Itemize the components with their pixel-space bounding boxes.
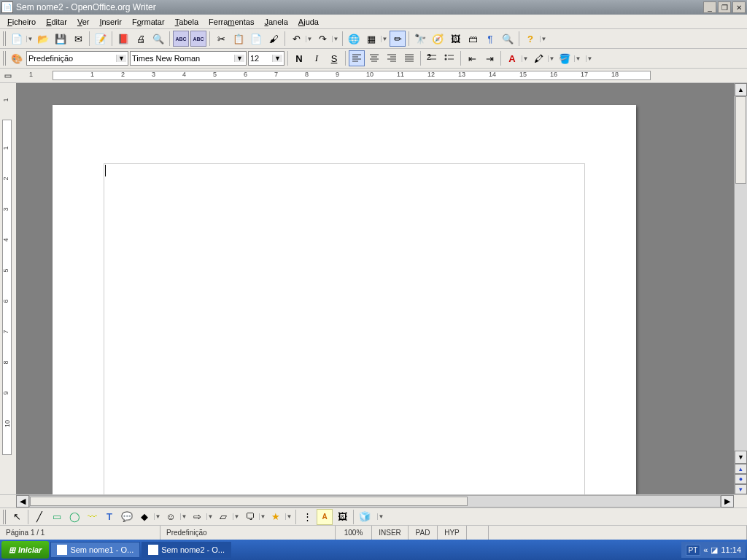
taskbar-item-2[interactable]: Sem nome2 - O... — [142, 542, 231, 558]
toolbar-overflow[interactable]: ▼ — [377, 513, 384, 520]
basic-shapes-dropdown[interactable]: ▼ — [154, 513, 161, 520]
numbering-button[interactable]: 12 — [424, 50, 440, 66]
callouts-dropdown[interactable]: ▼ — [259, 513, 266, 520]
rectangle-tool-button[interactable]: ▭ — [49, 509, 65, 525]
status-sel[interactable] — [467, 526, 489, 540]
menu-inserir[interactable]: Inserir — [95, 16, 126, 28]
underline-button[interactable]: S — [326, 50, 342, 66]
align-center-button[interactable] — [366, 50, 382, 66]
scroll-left-button[interactable]: ◀ — [16, 495, 29, 508]
prev-page-button[interactable]: ▴ — [735, 464, 747, 474]
scroll-h-track[interactable] — [29, 495, 721, 508]
decrease-indent-button[interactable]: ⇤ — [464, 50, 480, 66]
edit-file-button[interactable]: 📝 — [93, 31, 109, 47]
menu-ajuda[interactable]: Ajuda — [294, 16, 323, 28]
background-color-dropdown[interactable]: ▼ — [574, 55, 581, 62]
status-hyph[interactable]: HYP — [438, 526, 467, 540]
scroll-v-track[interactable] — [735, 96, 747, 451]
bold-button[interactable]: N — [291, 50, 307, 66]
bullets-button[interactable] — [441, 50, 457, 66]
table-dropdown[interactable]: ▼ — [381, 36, 388, 42]
flowcharts-dropdown[interactable]: ▼ — [233, 513, 240, 520]
format-paintbrush-button[interactable]: 🖌 — [266, 31, 282, 47]
symbol-shapes-button[interactable]: ☺ — [163, 509, 179, 525]
stars-button[interactable]: ★ — [268, 509, 284, 525]
zoom-button[interactable]: 🔍 — [500, 31, 516, 47]
highlight-dropdown[interactable]: ▼ — [548, 55, 555, 62]
tray-clock[interactable]: 11:14 — [721, 545, 741, 554]
document-area[interactable] — [16, 83, 734, 494]
cut-button[interactable]: ✂ — [213, 31, 229, 47]
align-left-button[interactable] — [349, 50, 365, 66]
redo-dropdown[interactable]: ▼ — [332, 36, 339, 42]
restore-button[interactable]: ❐ — [718, 1, 731, 13]
callouts-button[interactable]: 🗨 — [241, 509, 258, 525]
table-button[interactable]: ▦ — [363, 31, 379, 47]
scroll-h-thumb[interactable] — [30, 497, 468, 506]
fontwork-button[interactable]: A — [317, 509, 333, 525]
align-justify-button[interactable] — [401, 50, 417, 66]
start-button[interactable]: ⊞Iniciar — [1, 541, 49, 559]
status-zoom[interactable]: 100% — [336, 526, 372, 540]
undo-button[interactable]: ↶ — [288, 31, 304, 47]
stars-dropdown[interactable]: ▼ — [285, 513, 293, 520]
redo-button[interactable]: ↷ — [314, 31, 330, 47]
language-indicator[interactable]: PT — [686, 545, 701, 556]
font-name-combo[interactable]: Times New Roman▼ — [130, 51, 247, 66]
toolbar-overflow[interactable]: ▼ — [540, 36, 547, 42]
nonprinting-button[interactable]: ¶ — [482, 31, 498, 47]
page[interactable] — [53, 105, 636, 494]
block-arrows-dropdown[interactable]: ▼ — [206, 513, 214, 520]
print-button[interactable]: 🖨 — [133, 31, 149, 47]
status-insert[interactable]: INSER — [372, 526, 409, 540]
tray-icon[interactable]: ◪ — [711, 545, 718, 555]
symbol-shapes-dropdown[interactable]: ▼ — [180, 513, 187, 520]
show-draw-button[interactable]: ✏ — [390, 31, 406, 47]
font-color-button[interactable]: A — [504, 50, 520, 66]
toolbar-grip[interactable] — [3, 510, 7, 524]
autospellcheck-button[interactable]: ABC — [190, 31, 206, 47]
next-page-button[interactable]: ▾ — [735, 484, 747, 494]
scroll-right-button[interactable]: ▶ — [721, 495, 734, 508]
horizontal-ruler[interactable]: 1123456789101112131415161718 — [16, 69, 747, 82]
select-tool-button[interactable]: ↖ — [9, 509, 25, 525]
menu-janela[interactable]: Janela — [260, 16, 292, 28]
navigation-button[interactable]: ● — [735, 474, 747, 484]
hyperlink-button[interactable]: 🌐 — [346, 31, 362, 47]
new-button[interactable]: 📄 — [9, 31, 25, 47]
system-tray[interactable]: PT « ◪ 11:14 — [681, 542, 746, 558]
line-tool-button[interactable]: ╱ — [31, 509, 47, 525]
basic-shapes-button[interactable]: ◆ — [136, 509, 152, 525]
close-button[interactable]: ✕ — [732, 1, 746, 13]
block-arrows-button[interactable]: ⇨ — [189, 509, 205, 525]
menu-ver[interactable]: Ver — [73, 16, 94, 28]
email-button[interactable]: ✉ — [70, 31, 86, 47]
scroll-v-thumb[interactable] — [735, 96, 746, 184]
save-button[interactable]: 💾 — [53, 31, 69, 47]
horizontal-scrollbar[interactable]: ◀ ▶ — [0, 494, 747, 508]
copy-button[interactable]: 📋 — [231, 31, 247, 47]
scroll-up-button[interactable]: ▲ — [735, 83, 747, 96]
toolbar-overflow[interactable]: ▼ — [586, 55, 593, 62]
status-pad[interactable]: PAD — [409, 526, 438, 540]
menu-formatar[interactable]: Formatar — [128, 16, 169, 28]
toolbar-grip[interactable] — [3, 31, 7, 46]
navigator-button[interactable]: 🧭 — [430, 31, 446, 47]
paste-button[interactable]: 📄 — [248, 31, 264, 47]
ellipse-tool-button[interactable]: ◯ — [66, 509, 82, 525]
background-color-button[interactable]: 🪣 — [557, 50, 573, 66]
menu-ferramentas[interactable]: Ferramentas — [204, 16, 258, 28]
increase-indent-button[interactable]: ⇥ — [481, 50, 498, 66]
callout-tool-button[interactable]: 💬 — [119, 509, 135, 525]
new-dropdown[interactable]: ▼ — [26, 36, 34, 42]
datasources-button[interactable]: 🗃 — [465, 31, 481, 47]
styles-button[interactable]: 🎨 — [9, 50, 25, 66]
vertical-ruler[interactable]: 112345678910 — [0, 83, 16, 494]
extrusion-button[interactable]: 🧊 — [357, 509, 373, 525]
taskbar-item-1[interactable]: Sem nome1 - O... — [50, 542, 140, 558]
from-file-button[interactable]: 🖼 — [334, 509, 350, 525]
font-color-dropdown[interactable]: ▼ — [522, 55, 529, 62]
print-preview-button[interactable]: 🔍 — [150, 31, 166, 47]
align-right-button[interactable] — [384, 50, 400, 66]
minimize-button[interactable]: _ — [703, 1, 716, 13]
